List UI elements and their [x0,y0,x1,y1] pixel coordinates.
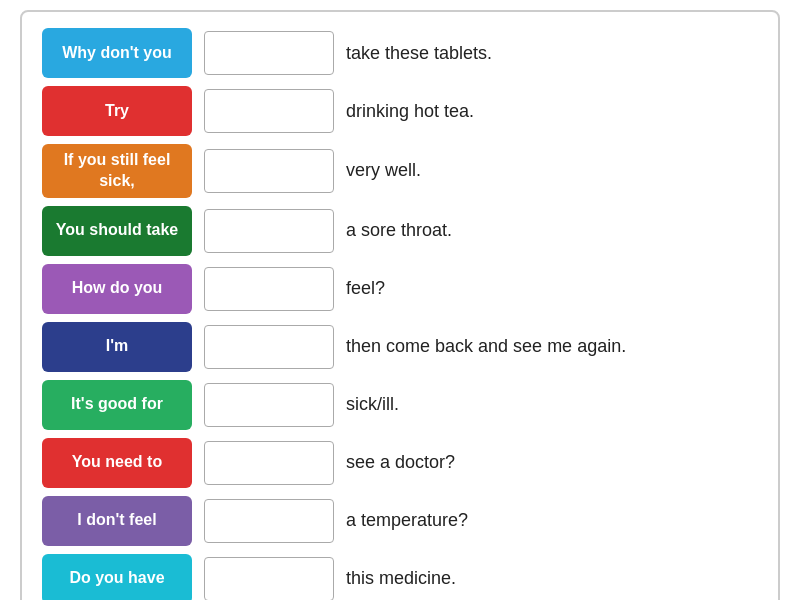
phrase-button-7[interactable]: It's good for [42,380,192,430]
completion-text-4: a sore throat. [346,220,758,241]
completion-text-3: very well. [346,160,758,181]
phrase-button-9[interactable]: I don't feel [42,496,192,546]
answer-input-8[interactable] [204,441,334,485]
exercise-row-7: It's good forsick/ill. [42,380,758,430]
exercise-row-3: If you still feel sick,very well. [42,144,758,198]
completion-text-5: feel? [346,278,758,299]
answer-input-10[interactable] [204,557,334,600]
answer-input-9[interactable] [204,499,334,543]
completion-text-10: this medicine. [346,568,758,589]
phrase-button-3[interactable]: If you still feel sick, [42,144,192,198]
completion-text-8: see a doctor? [346,452,758,473]
exercise-row-2: Trydrinking hot tea. [42,86,758,136]
phrase-button-8[interactable]: You need to [42,438,192,488]
completion-text-6: then come back and see me again. [346,336,758,357]
exercise-row-4: You should takea sore throat. [42,206,758,256]
phrase-button-4[interactable]: You should take [42,206,192,256]
exercise-row-5: How do youfeel? [42,264,758,314]
answer-input-2[interactable] [204,89,334,133]
exercise-row-6: I'mthen come back and see me again. [42,322,758,372]
completion-text-7: sick/ill. [346,394,758,415]
answer-input-1[interactable] [204,31,334,75]
exercise-row-8: You need tosee a doctor? [42,438,758,488]
completion-text-1: take these tablets. [346,43,758,64]
answer-input-6[interactable] [204,325,334,369]
answer-input-4[interactable] [204,209,334,253]
exercise-row-9: I don't feela temperature? [42,496,758,546]
phrase-button-5[interactable]: How do you [42,264,192,314]
phrase-button-1[interactable]: Why don't you [42,28,192,78]
completion-text-2: drinking hot tea. [346,101,758,122]
answer-input-7[interactable] [204,383,334,427]
exercise-row-10: Do you havethis medicine. [42,554,758,600]
answer-input-3[interactable] [204,149,334,193]
phrase-button-10[interactable]: Do you have [42,554,192,600]
exercise-row-1: Why don't youtake these tablets. [42,28,758,78]
phrase-button-6[interactable]: I'm [42,322,192,372]
answer-input-5[interactable] [204,267,334,311]
main-container: Why don't youtake these tablets.Trydrink… [20,10,780,600]
phrase-button-2[interactable]: Try [42,86,192,136]
completion-text-9: a temperature? [346,510,758,531]
